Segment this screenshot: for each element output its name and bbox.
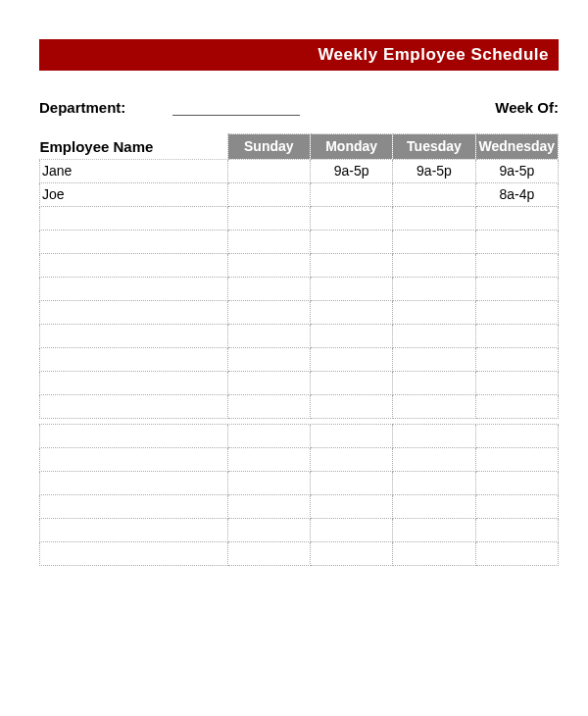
schedule-cell[interactable]: [393, 206, 475, 230]
schedule-cell[interactable]: [227, 347, 310, 371]
schedule-cell[interactable]: [393, 447, 475, 471]
schedule-cell[interactable]: [393, 230, 475, 253]
title-text: Weekly Employee Schedule: [318, 45, 549, 64]
table-row: [40, 371, 559, 394]
employee-name-cell[interactable]: [40, 471, 228, 494]
employee-name-cell[interactable]: [40, 424, 228, 447]
schedule-cell[interactable]: [227, 159, 310, 182]
employee-name-cell[interactable]: [40, 518, 228, 541]
schedule-cell[interactable]: [310, 347, 392, 371]
schedule-cell[interactable]: [310, 447, 392, 471]
employee-name-cell[interactable]: [40, 300, 228, 324]
schedule-cell[interactable]: 8a-4p: [475, 182, 558, 206]
table-row: [40, 324, 559, 347]
schedule-cell[interactable]: [393, 518, 475, 541]
schedule-cell[interactable]: [310, 182, 392, 206]
table-row: Jane9a-5p9a-5p9a-5p: [40, 159, 559, 182]
schedule-cell[interactable]: [227, 371, 310, 394]
employee-name-cell[interactable]: [40, 230, 228, 253]
schedule-cell[interactable]: 9a-5p: [475, 159, 558, 182]
employee-name-cell[interactable]: [40, 253, 228, 277]
schedule-cell[interactable]: [475, 347, 558, 371]
employee-name-cell[interactable]: [40, 371, 228, 394]
schedule-cell[interactable]: [475, 394, 558, 418]
schedule-cell[interactable]: [310, 471, 392, 494]
schedule-cell[interactable]: [227, 300, 310, 324]
schedule-cell[interactable]: [227, 253, 310, 277]
schedule-cell[interactable]: [310, 494, 392, 518]
schedule-cell[interactable]: [227, 447, 310, 471]
employee-name-cell[interactable]: [40, 447, 228, 471]
schedule-cell[interactable]: [475, 518, 558, 541]
col-employee-name: Employee Name: [40, 134, 228, 160]
schedule-cell[interactable]: [310, 206, 392, 230]
table-row: [40, 518, 559, 541]
schedule-cell[interactable]: [310, 424, 392, 447]
employee-name-cell[interactable]: [40, 541, 228, 565]
table-row: [40, 253, 559, 277]
schedule-cell[interactable]: 9a-5p: [393, 159, 475, 182]
schedule-cell[interactable]: [475, 324, 558, 347]
schedule-cell[interactable]: [227, 206, 310, 230]
schedule-cell[interactable]: [227, 277, 310, 300]
schedule-cell[interactable]: [475, 253, 558, 277]
schedule-cell[interactable]: [475, 541, 558, 565]
schedule-cell[interactable]: [393, 300, 475, 324]
schedule-cell[interactable]: [227, 324, 310, 347]
department-input[interactable]: [172, 98, 300, 116]
schedule-cell[interactable]: [393, 347, 475, 371]
employee-name-cell[interactable]: Joe: [40, 182, 228, 206]
schedule-cell[interactable]: [227, 394, 310, 418]
schedule-cell[interactable]: [227, 518, 310, 541]
employee-name-cell[interactable]: [40, 324, 228, 347]
table-row: [40, 494, 559, 518]
schedule-cell[interactable]: [393, 277, 475, 300]
employee-name-cell[interactable]: Jane: [40, 159, 228, 182]
employee-name-cell[interactable]: [40, 277, 228, 300]
schedule-cell[interactable]: 9a-5p: [310, 159, 392, 182]
department-label: Department:: [39, 99, 133, 116]
table-row: [40, 471, 559, 494]
schedule-cell[interactable]: [475, 277, 558, 300]
week-of-label: Week Of:: [495, 99, 559, 116]
schedule-cell[interactable]: [475, 447, 558, 471]
employee-name-cell[interactable]: [40, 347, 228, 371]
schedule-cell[interactable]: [310, 324, 392, 347]
schedule-cell[interactable]: [475, 230, 558, 253]
employee-name-cell[interactable]: [40, 206, 228, 230]
schedule-cell[interactable]: [393, 324, 475, 347]
employee-name-cell[interactable]: [40, 494, 228, 518]
schedule-cell[interactable]: [310, 394, 392, 418]
schedule-cell[interactable]: [393, 253, 475, 277]
schedule-cell[interactable]: [227, 424, 310, 447]
schedule-cell[interactable]: [310, 518, 392, 541]
schedule-cell[interactable]: [475, 471, 558, 494]
table-row: Joe8a-4p: [40, 182, 559, 206]
schedule-cell[interactable]: [310, 277, 392, 300]
schedule-cell[interactable]: [310, 541, 392, 565]
schedule-cell[interactable]: [310, 253, 392, 277]
schedule-cell[interactable]: [310, 371, 392, 394]
schedule-cell[interactable]: [475, 206, 558, 230]
schedule-cell[interactable]: [475, 371, 558, 394]
schedule-cell[interactable]: [227, 230, 310, 253]
schedule-cell[interactable]: [393, 424, 475, 447]
schedule-cell[interactable]: [475, 494, 558, 518]
table-row: [40, 300, 559, 324]
schedule-cell[interactable]: [475, 300, 558, 324]
schedule-cell[interactable]: [227, 494, 310, 518]
schedule-cell[interactable]: [227, 471, 310, 494]
schedule-cell[interactable]: [310, 300, 392, 324]
employee-name-cell[interactable]: [40, 394, 228, 418]
schedule-cell[interactable]: [393, 394, 475, 418]
schedule-table: Employee Name Sunday Monday Tuesday Wedn…: [39, 133, 559, 566]
schedule-cell[interactable]: [393, 371, 475, 394]
schedule-cell[interactable]: [393, 541, 475, 565]
schedule-cell[interactable]: [227, 182, 310, 206]
schedule-cell[interactable]: [227, 541, 310, 565]
schedule-cell[interactable]: [393, 471, 475, 494]
schedule-cell[interactable]: [475, 424, 558, 447]
schedule-cell[interactable]: [310, 230, 392, 253]
schedule-cell[interactable]: [393, 494, 475, 518]
schedule-cell[interactable]: [393, 182, 475, 206]
